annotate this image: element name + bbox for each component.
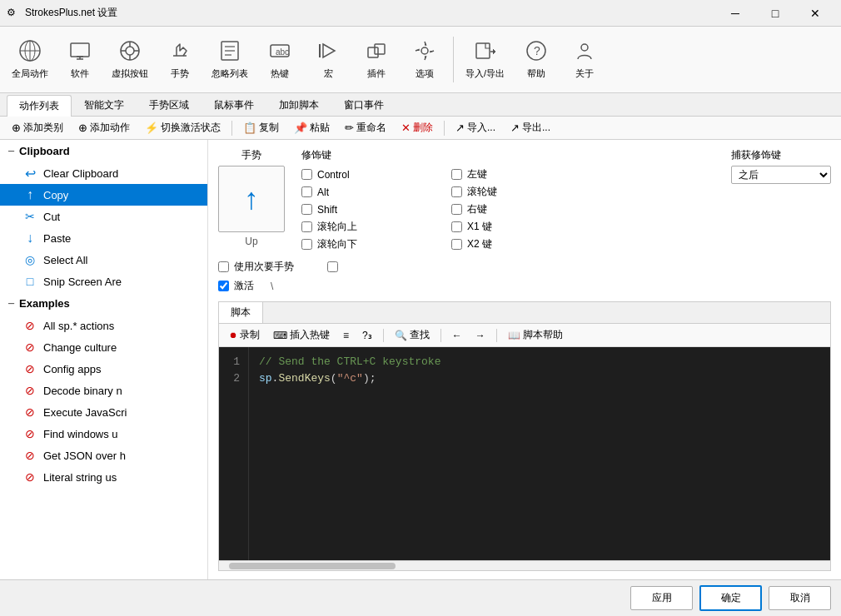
- sidebar-item-all-sp[interactable]: ⊘ All sp.* actions: [0, 315, 207, 336]
- sidebar-item-snip-screen-label: Snip Screen Are: [43, 276, 122, 288]
- toolbar-help[interactable]: ? 帮助: [513, 30, 560, 89]
- rename-button[interactable]: ✏ 重命名: [338, 118, 393, 137]
- nav-forward-button[interactable]: →: [470, 327, 490, 344]
- use-gesture-extra-checkbox[interactable]: [327, 261, 338, 272]
- capture-select[interactable]: 之后 之前 同时: [731, 166, 831, 184]
- nav-back-button[interactable]: ←: [447, 327, 467, 344]
- sidebar-item-copy[interactable]: ↑ Copy: [0, 184, 207, 206]
- gesture-box: 手势 ↑ Up: [218, 148, 285, 251]
- app-icon: ⚙: [7, 7, 20, 20]
- script-help-button[interactable]: 📖 脚本帮助: [503, 325, 568, 345]
- tab-gesture-area[interactable]: 手势区域: [137, 94, 202, 116]
- toolbar-import-export[interactable]: 导入/导出: [459, 30, 511, 89]
- left-btn-checkbox[interactable]: [451, 169, 462, 180]
- maximize-button[interactable]: □: [756, 1, 794, 26]
- delete-button[interactable]: ✕ 删除: [395, 118, 440, 137]
- snip-screen-icon: □: [23, 275, 37, 288]
- collapse-examples-icon[interactable]: ─: [8, 299, 14, 308]
- sidebar-item-literal-string[interactable]: ⊘ Literal string us: [0, 466, 207, 488]
- import-label: 导入...: [467, 121, 495, 135]
- add-action-button[interactable]: ⊕ 添加动作: [72, 118, 137, 137]
- import-button[interactable]: ↗ 导入...: [449, 118, 502, 137]
- sidebar-item-paste[interactable]: ↓ Paste: [0, 227, 207, 249]
- close-button[interactable]: ✕: [796, 1, 834, 26]
- delete-label: 删除: [413, 121, 433, 135]
- sidebar-item-get-json[interactable]: ⊘ Get JSON over h: [0, 445, 207, 466]
- sidebar-group-clipboard[interactable]: ─ Clipboard: [0, 140, 207, 162]
- sidebar-item-find-windows[interactable]: ⊘ Find windows u: [0, 423, 207, 445]
- sidebar-item-cut[interactable]: ✂ Cut: [0, 206, 207, 227]
- capture-section: 捕获修饰键 之后 之前 同时: [731, 148, 831, 251]
- activate-checkbox[interactable]: [218, 281, 229, 291]
- all-sp-icon: ⊘: [23, 319, 37, 332]
- sidebar-item-clear-clipboard-label: Clear Clipboard: [43, 167, 118, 180]
- scroll-wheel-checkbox[interactable]: [451, 186, 462, 197]
- toolbar-macro[interactable]: 宏: [305, 30, 351, 89]
- toolbar-hotkey[interactable]: abc 热键: [256, 30, 303, 89]
- macro-icon: [316, 39, 340, 66]
- x2-btn-checkbox[interactable]: [451, 239, 462, 250]
- find-button[interactable]: 🔍 查找: [390, 325, 435, 345]
- toolbar-ignore-list[interactable]: 忽略列表: [205, 30, 255, 89]
- format-button[interactable]: ≡: [338, 327, 354, 344]
- insert-hotkey-button[interactable]: ⌨ 插入热键: [268, 325, 335, 345]
- script-editor[interactable]: 1 2 // Send the CTRL+C keystroke sp.Send…: [219, 347, 830, 560]
- x1-btn-checkbox[interactable]: [451, 221, 462, 232]
- paste-button[interactable]: 📌 粘贴: [287, 118, 336, 137]
- scroll-up-checkbox[interactable]: [301, 221, 312, 232]
- sidebar-item-snip-screen[interactable]: □ Snip Screen Are: [0, 271, 207, 292]
- toolbar-software[interactable]: 软件: [57, 30, 103, 89]
- tab-load-script[interactable]: 加卸脚本: [266, 94, 331, 116]
- script-horizontal-scrollbar[interactable]: [219, 560, 830, 570]
- tab-mouse-events[interactable]: 鼠标事件: [202, 94, 266, 116]
- cancel-button[interactable]: 取消: [769, 586, 831, 610]
- sidebar-item-select-all[interactable]: ◎ Select All: [0, 249, 207, 271]
- main-toolbar: 全局动作 软件 虚拟按钮 手势 忽略列表 abc 热键 宏: [0, 27, 841, 93]
- control-checkbox[interactable]: [301, 169, 312, 180]
- execute-js-icon: ⊘: [23, 405, 37, 419]
- nav-forward-label: →: [475, 330, 485, 341]
- sidebar-item-execute-js[interactable]: ⊘ Execute JavaScri: [0, 401, 207, 423]
- toolbar-plugin[interactable]: 插件: [353, 30, 400, 89]
- sidebar-item-change-culture[interactable]: ⊘ Change culture: [0, 336, 207, 358]
- add-class-button[interactable]: ⊕ 添加类别: [5, 118, 70, 137]
- collapse-clipboard-icon[interactable]: ─: [8, 147, 14, 156]
- tab-smart-text[interactable]: 智能文字: [72, 94, 137, 116]
- sidebar-item-literal-string-label: Literal string us: [43, 471, 117, 484]
- about-icon: [573, 39, 596, 66]
- use-gesture-row: 使用次要手势: [218, 260, 831, 274]
- toolbar-gesture[interactable]: 手势: [157, 30, 203, 89]
- tab-window-events[interactable]: 窗口事件: [331, 94, 396, 116]
- mod-scroll-down: 滚轮向下: [301, 237, 435, 251]
- apply-button[interactable]: 应用: [630, 586, 693, 610]
- right-btn-checkbox[interactable]: [451, 204, 462, 215]
- tab-action-list[interactable]: 动作列表: [7, 95, 72, 117]
- toolbar-options[interactable]: 选项: [401, 30, 448, 89]
- cut-icon: ✂: [23, 210, 37, 223]
- ok-button[interactable]: 确定: [699, 585, 762, 611]
- comment-button[interactable]: ?₃: [357, 327, 377, 344]
- copy-button[interactable]: 📋 复制: [236, 118, 286, 137]
- use-gesture-checkbox[interactable]: [218, 261, 229, 272]
- sidebar-item-config-apps[interactable]: ⊘ Config apps: [0, 358, 207, 380]
- h-scroll-thumb[interactable]: [229, 563, 396, 569]
- shift-checkbox[interactable]: [301, 204, 312, 215]
- window-title: StrokesPlus.net 设置: [25, 6, 716, 20]
- alt-checkbox[interactable]: [301, 186, 312, 197]
- toolbar-about[interactable]: 关于: [561, 30, 608, 89]
- sidebar-item-clear-clipboard[interactable]: ↩ Clear Clipboard: [0, 162, 207, 184]
- script-tab-script[interactable]: 脚本: [219, 302, 263, 323]
- svg-text:abc: abc: [276, 47, 289, 57]
- sidebar-item-decode-binary[interactable]: ⊘ Decode binary n: [0, 380, 207, 401]
- export-button[interactable]: ↗ 导出...: [504, 118, 557, 137]
- minimize-button[interactable]: ─: [716, 1, 754, 26]
- record-button[interactable]: ⏺ 录制: [224, 325, 265, 345]
- sidebar-group-examples-label: Examples: [19, 297, 70, 310]
- scroll-down-checkbox[interactable]: [301, 239, 312, 250]
- sidebar-group-examples[interactable]: ─ Examples: [0, 292, 207, 315]
- copy-item-icon: ↑: [23, 188, 37, 201]
- toolbar-global-action[interactable]: 全局动作: [5, 30, 55, 89]
- toggle-active-button[interactable]: ⚡ 切换激活状态: [138, 118, 227, 137]
- toolbar-virtual-btn[interactable]: 虚拟按钮: [105, 30, 155, 89]
- sidebar-item-select-all-label: Select All: [43, 254, 87, 266]
